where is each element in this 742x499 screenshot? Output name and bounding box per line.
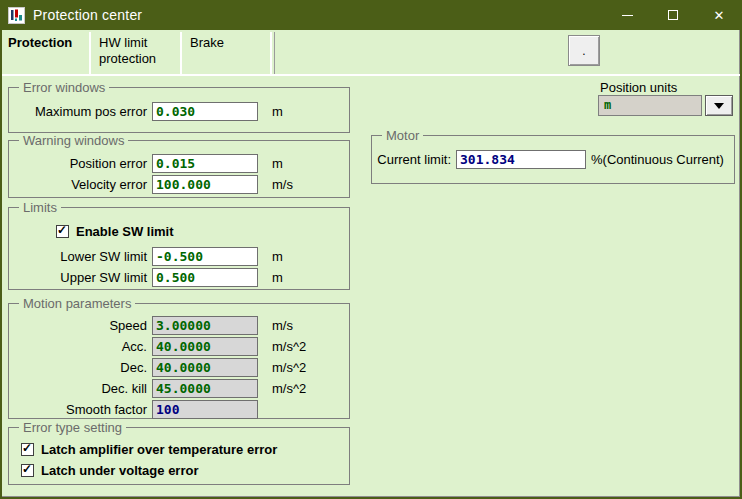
position-units-dropdown-button[interactable] (705, 95, 733, 116)
group-motor-legend: Motor (382, 128, 423, 143)
titlebar: Protection center ✕ (0, 0, 742, 30)
enable-sw-limit-checkbox[interactable]: ✓ (56, 225, 69, 238)
maximum-pos-error-input[interactable] (152, 102, 258, 121)
current-limit-input[interactable] (456, 150, 586, 169)
group-limits: Limits ✓ Enable SW limit Lower SW limit … (8, 207, 350, 290)
tab-protection[interactable]: Protection (2, 32, 91, 74)
tab-end-divider (274, 32, 275, 74)
group-error-type-setting: Error type setting ✓ Latch amplifier ove… (8, 427, 350, 485)
current-limit-label: Current limit: (372, 152, 456, 167)
close-button[interactable]: ✕ (696, 0, 742, 30)
minimize-icon (622, 15, 633, 16)
speed-input (152, 316, 258, 335)
position-units-combo: m (598, 95, 733, 116)
group-motion-parameters-legend: Motion parameters (19, 296, 135, 311)
dec-unit: m/s^2 (272, 360, 306, 375)
position-error-unit: m (272, 156, 283, 171)
window-controls: ✕ (604, 0, 742, 30)
window-title: Protection center (33, 7, 142, 23)
lower-sw-limit-label: Lower SW limit (9, 249, 152, 264)
lower-sw-limit-input[interactable] (152, 247, 258, 266)
dec-kill-label: Dec. kill (9, 381, 152, 396)
dec-kill-input (152, 379, 258, 398)
check-icon: ✓ (22, 441, 32, 455)
smooth-factor-input (152, 400, 258, 419)
maximum-pos-error-unit: m (272, 104, 283, 119)
protection-center-window: Protection center ✕ Protection HW limit … (0, 0, 742, 499)
group-limits-legend: Limits (19, 200, 61, 215)
maximize-icon (668, 10, 678, 20)
dot-button[interactable]: . (568, 35, 600, 66)
tab-brake[interactable]: Brake (184, 32, 272, 74)
position-error-input[interactable] (152, 154, 258, 173)
velocity-error-input[interactable] (152, 175, 258, 194)
speed-unit: m/s (272, 318, 293, 333)
group-warning-windows-legend: Warning windows (19, 133, 128, 148)
maximize-button[interactable] (650, 0, 696, 30)
dec-kill-unit: m/s^2 (272, 381, 306, 396)
latch-over-temperature-label: Latch amplifier over temperature error (41, 442, 277, 457)
tab-hw-limit-protection[interactable]: HW limit protection (93, 32, 182, 74)
app-icon (8, 7, 25, 24)
velocity-error-unit: m/s (272, 177, 293, 192)
velocity-error-label: Velocity error (9, 177, 152, 192)
chevron-down-icon (714, 103, 724, 109)
maximum-pos-error-label: Maximum pos error (9, 104, 152, 119)
group-motion-parameters: Motion parameters Speed m/s Acc. m/s^2 D… (8, 303, 350, 419)
latch-under-voltage-checkbox[interactable]: ✓ (21, 464, 34, 477)
enable-sw-limit-label: Enable SW limit (76, 224, 174, 239)
upper-sw-limit-label: Upper SW limit (9, 270, 152, 285)
group-error-type-setting-legend: Error type setting (19, 420, 126, 435)
acc-unit: m/s^2 (272, 339, 306, 354)
group-error-windows-legend: Error windows (19, 80, 109, 95)
current-limit-unit: %(Continuous Current) (591, 152, 724, 167)
lower-sw-limit-unit: m (272, 249, 283, 264)
position-error-label: Position error (9, 156, 152, 171)
group-error-windows: Error windows Maximum pos error m (8, 87, 350, 133)
speed-label: Speed (9, 318, 152, 333)
latch-under-voltage-label: Latch under voltage error (41, 463, 198, 478)
upper-sw-limit-unit: m (272, 270, 283, 285)
tab-strip: Protection HW limit protection Brake . (2, 30, 740, 76)
group-motor: Motor Current limit: %(Continuous Curren… (371, 135, 735, 184)
acc-input (152, 337, 258, 356)
check-icon: ✓ (57, 223, 67, 237)
check-icon: ✓ (22, 462, 32, 476)
dec-label: Dec. (9, 360, 152, 375)
group-warning-windows: Warning windows Position error m Velocit… (8, 140, 350, 198)
smooth-factor-label: Smooth factor (9, 402, 152, 417)
dec-input (152, 358, 258, 377)
position-units-value[interactable]: m (598, 95, 702, 116)
client-area: Protection HW limit protection Brake . P… (2, 30, 740, 497)
minimize-button[interactable] (604, 0, 650, 30)
upper-sw-limit-input[interactable] (152, 268, 258, 287)
close-icon: ✕ (714, 9, 725, 22)
latch-over-temperature-checkbox[interactable]: ✓ (21, 443, 34, 456)
position-units-label: Position units (600, 80, 677, 95)
acc-label: Acc. (9, 339, 152, 354)
